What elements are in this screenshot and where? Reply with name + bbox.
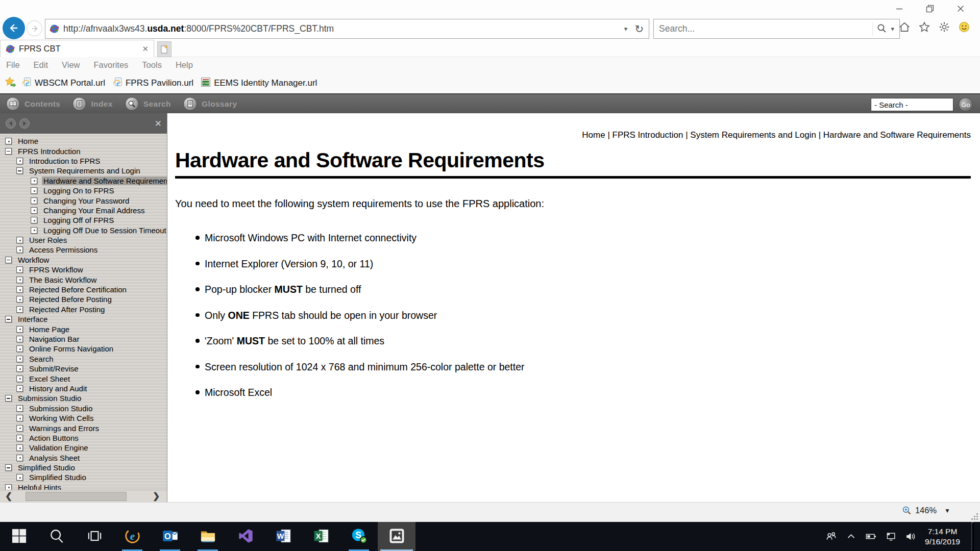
help-search-input[interactable] [871,98,953,111]
toc-item-logging-on-to-fprs[interactable]: Logging On to FPRS [0,186,167,195]
favorite-wbscm-portal-url[interactable]: eWBSCM Portal.url [21,77,105,89]
toc-item-rejected-after-posting[interactable]: Rejected After Posting [0,305,167,314]
toc-item-workflow[interactable]: Workflow [0,255,167,265]
window-minimize-button[interactable] [890,2,909,15]
window-restore-button[interactable] [921,2,939,15]
sidebar-forward-button[interactable] [19,118,30,129]
toc-item-home-page[interactable]: Home Page [0,324,167,334]
taskbar-word-button[interactable]: W [264,522,302,551]
search-provider-dropdown[interactable]: ▾ [891,26,894,32]
breadcrumb-system-requirements-and-login[interactable]: System Requirements and Login [690,130,816,140]
search-input[interactable] [654,23,872,34]
sidebar-back-button[interactable] [5,118,16,129]
collapse-minus-icon[interactable] [16,167,23,174]
breadcrumb-fprs-introduction[interactable]: FPRS Introduction [612,130,683,140]
zoom-control[interactable]: 146% ▼ [902,506,950,515]
autocomplete-dropdown-button[interactable]: ▾ [624,26,628,32]
help-search-go-button[interactable]: Go [959,97,973,112]
menu-file[interactable]: File [6,60,20,70]
taskbar-start-button[interactable] [0,522,38,551]
toc-item-simplified-studio[interactable]: Simplified Studio [0,472,167,482]
collapse-minus-icon[interactable] [5,464,12,471]
taskbar-task-view-button[interactable] [76,522,113,551]
taskbar-file-explorer-button[interactable] [189,522,227,551]
home-button[interactable] [898,20,911,34]
help-toolbar-glossary-button[interactable]: Glossary [183,97,237,111]
toc-item-rejected-before-certification[interactable]: Rejected Before Certification [0,285,167,294]
tray-network-icon[interactable] [885,531,896,542]
window-close-button[interactable] [951,2,970,15]
toc-item-changing-your-email-address[interactable]: Changing Your Email Address [0,206,167,215]
tray-people-icon[interactable] [825,531,837,542]
toc-item-home[interactable]: Home [0,136,167,146]
help-toolbar-index-button[interactable]: Index [72,97,112,111]
favorite-eems-identity-manager-url[interactable]: ICAMEEMS Identity Manager.url [201,77,317,89]
toc-item-history-and-audit[interactable]: History and Audit [0,384,167,393]
toc-item-action-buttons[interactable]: Action Buttons [0,433,167,443]
collapse-minus-icon[interactable] [5,395,12,402]
toc-item-hardware-and-software-requirements[interactable]: Hardware and Software Requirements [0,176,167,186]
toc-item-navigation-bar[interactable]: Navigation Bar [0,334,167,344]
toc-item-interface[interactable]: Interface [0,314,167,324]
tray-volume-icon[interactable] [905,531,916,542]
tray-battery-icon[interactable] [865,531,876,542]
taskbar-skype-button[interactable]: S [340,522,378,551]
collapse-minus-icon[interactable] [5,316,12,322]
toc-item-logging-off-of-fprs[interactable]: Logging Off of FPRS [0,215,167,225]
sidebar-horizontal-scrollbar[interactable]: ❮ ❯ [0,490,167,502]
address-bar[interactable]: http://afnvaalx3ws43.usda.net:8000/FPRS%… [45,19,649,39]
sidebar-close-button[interactable]: ✕ [155,119,162,128]
favorites-button[interactable] [918,20,931,34]
refresh-button[interactable]: ↻ [634,23,644,34]
menu-view[interactable]: View [62,60,80,70]
resize-grip[interactable] [970,512,978,520]
tray-hidden-icons-chevron-icon[interactable] [845,531,856,542]
tab-fprs-cbt[interactable]: FPRS CBT ✕ [0,40,154,57]
taskbar-excel-button[interactable]: X [302,522,340,551]
toc-item-excel-sheet[interactable]: Excel Sheet [0,373,167,383]
menu-favorites[interactable]: Favorites [94,60,129,70]
taskbar-clock[interactable]: 7:14 PM 9/16/2019 [925,527,960,547]
taskbar-internet-explorer-button[interactable]: e [113,522,151,551]
menu-edit[interactable]: Edit [34,60,48,70]
toc-item-fprs-introduction[interactable]: FPRS Introduction [0,146,167,156]
menu-help[interactable]: Help [176,60,193,70]
help-toolbar-search-button[interactable]: Search [125,97,171,111]
taskbar-search-button[interactable] [38,522,76,551]
toc-item-introduction-to-fprs[interactable]: Introduction to FPRS [0,156,167,166]
toc-item-system-requirements-and-login[interactable]: System Requirements and Login [0,166,167,176]
favorite-fprs-pavilion-url[interactable]: eFPRS Pavilion.url [112,77,193,89]
collapse-minus-icon[interactable] [5,257,12,263]
toc-item-validation-engine[interactable]: Validation Engine [0,443,167,453]
toc-item-user-roles[interactable]: User Roles [0,235,167,245]
show-desktop-button[interactable] [971,522,974,551]
scroll-right-arrow[interactable]: ❯ [148,490,165,503]
toc-item-search[interactable]: Search [0,354,167,364]
toc-item-helpful-hints[interactable]: Helpful Hints [0,483,167,490]
toc-item-changing-your-password[interactable]: Changing Your Password [0,195,167,205]
toc-item-online-forms-navigation[interactable]: Online Forms Navigation [0,344,167,354]
toc-item-submit-revise[interactable]: Submit/Revise [0,364,167,373]
toc-item-submission-studio[interactable]: Submission Studio [0,393,167,403]
toc-item-logging-off-due-to-session-timeout[interactable]: Logging Off Due to Session Timeout [0,226,167,235]
feedback-button[interactable] [958,20,971,34]
search-magnifier-icon[interactable] [877,23,887,35]
toc-item-rejected-before-posting[interactable]: Rejected Before Posting [0,294,167,304]
toc-item-simplified-studio[interactable]: Simplified Studio [0,463,167,472]
taskbar-visual-studio-button[interactable] [227,522,264,551]
toc-item-the-basic-workflow[interactable]: The Basic Workflow [0,274,167,284]
toc-item-submission-studio[interactable]: Submission Studio [0,404,167,413]
new-tab-button[interactable] [157,41,172,57]
help-toolbar-contents-button[interactable]: Contents [6,97,60,111]
collapse-minus-icon[interactable] [5,148,12,155]
toc-item-access-permissions[interactable]: Access Permissions [0,245,167,255]
settings-button[interactable] [938,20,951,34]
forward-button[interactable] [27,20,42,36]
back-button[interactable] [3,17,25,39]
toc-item-fprs-workflow[interactable]: FPRS Workflow [0,265,167,274]
tab-close-button[interactable]: ✕ [142,45,149,53]
scroll-left-arrow[interactable]: ❮ [0,490,17,503]
toc-item-analysis-sheet[interactable]: Analysis Sheet [0,453,167,463]
breadcrumb-hardware-and-software-requirements[interactable]: Hardware and Software Requirements [823,130,971,140]
scrollbar-thumb[interactable] [26,492,127,501]
